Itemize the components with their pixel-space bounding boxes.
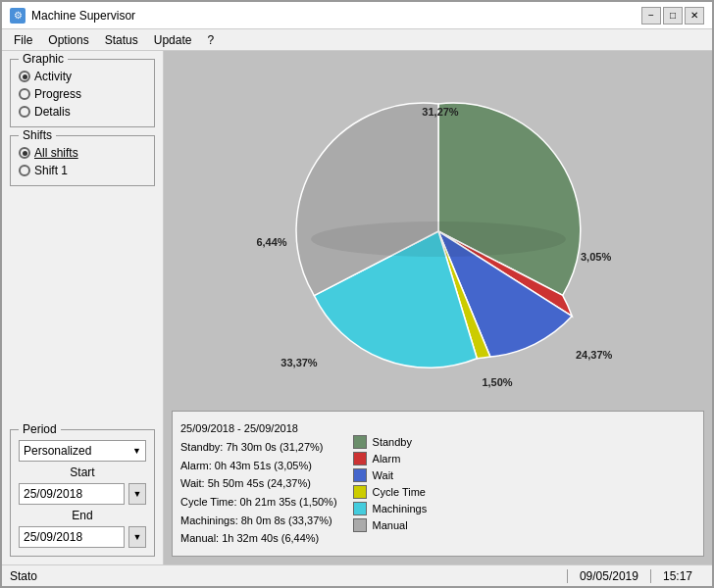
start-date-arrow[interactable]: ▼: [128, 483, 146, 505]
legend-label-machinings: Machinings: [373, 503, 428, 514]
app-icon: ⚙: [10, 8, 26, 24]
radio-shift1-indicator: [19, 165, 30, 176]
legend-color-standby: [353, 435, 367, 449]
radio-shift1[interactable]: Shift 1: [19, 164, 146, 177]
legend-standby: Standby: [353, 435, 428, 449]
info-text-block: 25/09/2018 - 25/09/2018 Standby: 7h 30m …: [180, 419, 337, 548]
info-date-range: 25/09/2018 - 25/09/2018: [180, 419, 337, 438]
shifts-group-title: Shifts: [19, 128, 56, 142]
info-line-0: Standby: 7h 30m 0s (31,27%): [180, 438, 337, 457]
radio-activity-indicator: [19, 71, 30, 82]
radio-progress-indicator: [19, 88, 30, 100]
radio-progress[interactable]: Progress: [19, 87, 146, 101]
end-date-arrow[interactable]: ▼: [128, 526, 146, 548]
radio-detalis[interactable]: Detalis: [19, 105, 146, 119]
status-time: 15:17: [650, 569, 704, 583]
end-date-value: 25/09/2018: [24, 530, 82, 544]
menu-options[interactable]: Options: [40, 31, 96, 49]
legend-label-manual: Manual: [373, 519, 408, 531]
legend-color-cycletime: [353, 485, 367, 499]
radio-all-shifts-indicator: [19, 147, 30, 159]
menu-file[interactable]: File: [6, 31, 40, 49]
graphic-group: Graphic Activity Progress Detalis: [10, 59, 155, 127]
legend-label-standby: Standby: [373, 436, 412, 448]
info-line-1: Alarm: 0h 43m 51s (3,05%): [180, 457, 337, 475]
info-bar: 25/09/2018 - 25/09/2018 Standby: 7h 30m …: [172, 411, 704, 557]
period-group: Period Personalized ▼ Start 25/09/2018 ▼…: [10, 429, 155, 557]
period-dropdown[interactable]: Personalized ▼: [19, 440, 146, 462]
legend-manual: Manual: [353, 518, 428, 532]
info-line-4: Machinings: 8h 0m 8s (33,37%): [180, 512, 337, 530]
title-bar-left: ⚙ Machine Supervisor: [10, 8, 135, 24]
content-area: Graphic Activity Progress Detalis: [2, 51, 712, 564]
radio-activity-label: Activity: [34, 70, 72, 83]
legend-label-cycletime: Cycle Time: [373, 486, 426, 498]
end-label: End: [19, 509, 146, 522]
label-machinings: 33,37%: [280, 357, 318, 368]
radio-all-shifts-label: All shifts: [34, 146, 78, 160]
info-line-3: Cycle Time: 0h 21m 35s (1,50%): [180, 493, 337, 512]
legend: Standby Alarm Wait Cycle Time: [353, 419, 428, 548]
label-manual: 6,44%: [256, 236, 286, 248]
status-bar: Stato 09/05/2019 15:17: [2, 564, 712, 586]
title-controls: − □ ✕: [641, 7, 704, 24]
legend-machinings: Machinings: [353, 502, 428, 515]
label-standby: 31,27%: [422, 106, 459, 118]
sidebar-spacer: [10, 194, 155, 421]
close-button[interactable]: ✕: [685, 7, 704, 24]
end-date-input[interactable]: 25/09/2018: [19, 526, 125, 548]
label-alarm: 3,05%: [581, 251, 611, 263]
shifts-group: Shifts All shifts Shift 1: [10, 135, 155, 186]
legend-label-alarm: Alarm: [373, 453, 401, 465]
legend-label-wait: Wait: [373, 469, 394, 481]
chart-container: 31,27% 3,05% 24,37% 1,50% 33,37% 6,44%: [172, 59, 704, 403]
info-line-5: Manual: 1h 32m 40s (6,44%): [180, 529, 337, 548]
radio-shift1-label: Shift 1: [34, 164, 68, 177]
chart-area: 31,27% 3,05% 24,37% 1,50% 33,37% 6,44%: [213, 65, 664, 398]
status-date: 09/05/2019: [567, 569, 650, 583]
label-cycletime: 1,50%: [482, 376, 512, 388]
main-window: ⚙ Machine Supervisor − □ ✕ File Options …: [0, 0, 714, 588]
title-bar: ⚙ Machine Supervisor − □ ✕: [2, 2, 712, 29]
radio-activity[interactable]: Activity: [19, 70, 146, 83]
legend-cycletime: Cycle Time: [353, 485, 428, 499]
legend-wait: Wait: [353, 468, 428, 482]
legend-alarm: Alarm: [353, 452, 428, 466]
menu-bar: File Options Status Update ?: [2, 29, 712, 51]
radio-detalis-label: Detalis: [34, 105, 71, 119]
start-date-field: 25/09/2018 ▼: [19, 483, 146, 505]
radio-detalis-indicator: [19, 106, 30, 118]
graphic-radio-group: Activity Progress Detalis: [19, 70, 146, 119]
chart-shadow: [311, 221, 566, 257]
menu-help[interactable]: ?: [199, 31, 222, 49]
end-date-field: 25/09/2018 ▼: [19, 526, 146, 548]
legend-color-machinings: [353, 502, 367, 515]
pie-chart-svg: 31,27% 3,05% 24,37% 1,50% 33,37% 6,44%: [213, 65, 664, 398]
stato-label: Stato: [10, 569, 567, 583]
minimize-button[interactable]: −: [641, 7, 661, 24]
info-line-2: Wait: 5h 50m 45s (24,37%): [180, 474, 337, 493]
main-area: 31,27% 3,05% 24,37% 1,50% 33,37% 6,44% 2…: [164, 51, 712, 564]
period-selected-value: Personalized: [24, 444, 91, 458]
sidebar: Graphic Activity Progress Detalis: [2, 51, 164, 564]
menu-status[interactable]: Status: [97, 31, 146, 49]
menu-update[interactable]: Update: [146, 31, 200, 49]
legend-color-alarm: [353, 452, 367, 466]
shifts-radio-group: All shifts Shift 1: [19, 146, 146, 177]
start-date-value: 25/09/2018: [24, 487, 82, 501]
label-wait: 24,37%: [576, 349, 613, 361]
maximize-button[interactable]: □: [663, 7, 683, 24]
legend-color-manual: [353, 518, 367, 532]
legend-color-wait: [353, 468, 367, 482]
window-title: Machine Supervisor: [31, 9, 135, 23]
graphic-group-title: Graphic: [19, 52, 68, 66]
radio-all-shifts[interactable]: All shifts: [19, 146, 146, 160]
start-date-input[interactable]: 25/09/2018: [19, 483, 125, 505]
dropdown-arrow-icon: ▼: [132, 446, 141, 456]
start-label: Start: [19, 466, 146, 479]
radio-progress-label: Progress: [34, 87, 81, 101]
period-group-title: Period: [19, 422, 61, 436]
